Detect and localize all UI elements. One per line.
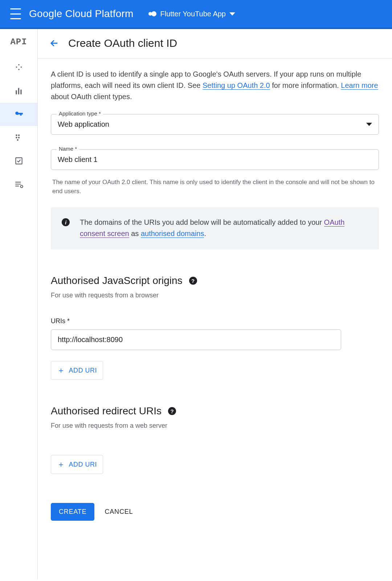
check-box-icon <box>14 156 24 166</box>
dashboard-icon <box>14 63 24 73</box>
application-type-label: Application type * <box>57 110 103 117</box>
svg-point-0 <box>16 134 17 136</box>
top-bar: Google Cloud Platform Flutter YouTube Ap… <box>0 0 392 29</box>
application-type-field: Application type * Web application <box>51 114 379 135</box>
js-origins-sub: For use with requests from a browser <box>51 292 379 299</box>
application-type-dropdown[interactable]: Web application <box>51 114 379 135</box>
project-picker[interactable]: Flutter YouTube App <box>148 10 235 18</box>
svg-rect-5 <box>16 158 22 164</box>
plus-icon: ＋ <box>57 365 65 376</box>
back-arrow-icon[interactable] <box>49 38 60 49</box>
help-icon[interactable]: ? <box>168 407 176 415</box>
redirect-sub: For use with requests from a web server <box>51 422 379 430</box>
page-title: Create OAuth client ID <box>68 37 177 49</box>
intro-text: A client ID is used to identify a single… <box>51 69 379 102</box>
add-redirect-uri-button[interactable]: ＋ ADD URI <box>51 455 103 474</box>
sidebar-item-dashboard[interactable] <box>0 56 37 80</box>
chevron-down-icon <box>366 123 372 126</box>
js-origins-heading: Authorised JavaScript origins ? <box>51 275 379 287</box>
sidebar-item-consent[interactable] <box>0 126 37 149</box>
name-label: Name * <box>57 146 79 152</box>
menu-icon[interactable] <box>10 8 21 19</box>
plus-icon: ＋ <box>57 459 65 470</box>
redirect-heading: Authorised redirect URIs ? <box>51 405 379 417</box>
sidebar-item-settings[interactable] <box>0 172 37 196</box>
product-name: Google Cloud Platform <box>29 8 133 20</box>
uris-label: URIs * <box>51 317 379 325</box>
svg-point-1 <box>18 134 19 136</box>
name-field-wrap: Name * <box>51 149 379 170</box>
project-name: Flutter YouTube App <box>160 10 226 18</box>
svg-point-6 <box>20 185 23 188</box>
link-setup-oauth[interactable]: Setting up OAuth 2.0 <box>203 81 270 90</box>
sidebar-item-verification[interactable] <box>0 149 37 172</box>
consent-icon <box>14 133 24 142</box>
product-logo[interactable]: Google Cloud Platform <box>29 8 133 20</box>
create-button[interactable]: CREATE <box>51 503 94 521</box>
help-icon[interactable]: ? <box>189 277 197 285</box>
form-actions: CREATE CANCEL <box>51 503 379 521</box>
info-box: i The domains of the URIs you add below … <box>51 207 379 249</box>
uri-input-0[interactable] <box>51 329 341 350</box>
sidebar-item-credentials[interactable] <box>0 103 37 126</box>
sidebar: API <box>0 29 38 580</box>
svg-point-3 <box>18 137 19 138</box>
svg-point-4 <box>17 139 18 141</box>
library-icon <box>14 86 24 96</box>
name-input[interactable] <box>51 149 379 170</box>
page-header: Create OAuth client ID <box>38 29 392 58</box>
project-icon <box>148 10 156 18</box>
sidebar-item-library[interactable] <box>0 80 37 103</box>
application-type-value: Web application <box>58 120 109 129</box>
page-usage-icon <box>14 179 24 189</box>
sidebar-brand[interactable]: API <box>10 29 27 56</box>
info-icon: i <box>62 218 70 226</box>
cancel-button[interactable]: CANCEL <box>105 508 133 516</box>
link-authorised-domains[interactable]: authorised domains <box>141 229 204 238</box>
add-uri-button[interactable]: ＋ ADD URI <box>51 361 103 380</box>
link-learn-more[interactable]: Learn more <box>341 81 378 90</box>
svg-point-2 <box>16 137 17 138</box>
main-panel: Create OAuth client ID A client ID is us… <box>38 29 392 580</box>
key-icon <box>14 110 24 119</box>
info-text: The domains of the URIs you add below wi… <box>80 217 368 239</box>
chevron-down-icon <box>229 12 235 16</box>
name-hint: The name of your OAuth 2.0 client. This … <box>51 174 379 196</box>
